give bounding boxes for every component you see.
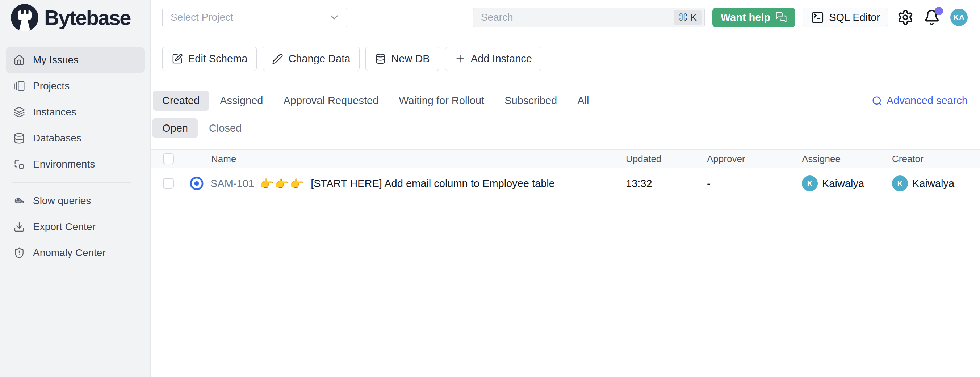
project-select-placeholder: Select Project <box>170 11 233 23</box>
new-db-label: New DB <box>391 53 430 65</box>
user-avatar[interactable]: KA <box>950 9 968 26</box>
download-icon <box>13 221 25 233</box>
tab-all[interactable]: All <box>577 91 589 111</box>
notifications-button[interactable] <box>923 8 941 26</box>
sidebar-item-slow-queries[interactable]: Slow queries <box>6 188 145 214</box>
chat-bubbles-icon <box>775 11 787 23</box>
sidebar-item-anomaly-center[interactable]: Anomaly Center <box>6 240 145 266</box>
column-header-updated: Updated <box>626 154 707 165</box>
search-shortcut-badge: ⌘ K <box>674 10 702 25</box>
creator-name: Kaiwalya <box>912 177 954 190</box>
shield-alert-icon <box>13 247 25 259</box>
issue-open-status-icon <box>189 176 205 192</box>
topbar: Select Project ⌘ K Want help SQL Editor … <box>151 0 980 35</box>
add-instance-button[interactable]: Add Instance <box>445 47 541 71</box>
issue-assignee: K Kaiwalya <box>802 176 892 192</box>
plus-icon <box>455 53 466 64</box>
change-data-button[interactable]: Change Data <box>262 47 360 71</box>
database-icon <box>375 53 386 64</box>
environments-icon <box>13 158 25 170</box>
sidebar-item-export-center[interactable]: Export Center <box>6 214 145 240</box>
issue-approver: - <box>707 177 802 190</box>
tab-waiting-for-rollout[interactable]: Waiting for Rollout <box>399 91 484 111</box>
column-header-assignee: Assignee <box>802 154 892 165</box>
sidebar-item-label: Environments <box>33 158 95 170</box>
issue-filter-bar: Created Assigned Approval Requested Wait… <box>162 91 968 111</box>
sidebar-item-my-issues[interactable]: My Issues <box>6 47 145 73</box>
issue-updated-time: 13:32 <box>626 177 707 190</box>
issue-title-link[interactable]: [START HERE] Add email column to Employe… <box>311 177 555 190</box>
search-icon <box>872 95 883 106</box>
sidebar-item-instances[interactable]: Instances <box>6 99 145 125</box>
sql-editor-button[interactable]: SQL Editor <box>803 8 888 27</box>
edit-schema-button[interactable]: Edit Schema <box>162 47 257 71</box>
change-data-label: Change Data <box>288 53 350 65</box>
sidebar-item-databases[interactable]: Databases <box>6 125 145 151</box>
edit-schema-label: Edit Schema <box>188 53 247 65</box>
assignee-avatar: K <box>802 176 818 192</box>
sidebar-item-label: Anomaly Center <box>33 247 106 259</box>
row-checkbox[interactable] <box>163 178 174 189</box>
column-header-creator: Creator <box>892 154 980 165</box>
database-icon <box>13 132 25 144</box>
table-row[interactable]: SAM-101 👉👉👉 [START HERE] Add email colum… <box>151 168 980 199</box>
creator-avatar: K <box>892 176 908 192</box>
issue-filter-tabs: Created Assigned Approval Requested Wait… <box>162 91 589 111</box>
sidebar-menu: My Issues Projects Instances Databases E… <box>0 35 150 266</box>
turtle-icon <box>13 195 25 207</box>
new-db-button[interactable]: New DB <box>366 47 439 71</box>
sidebar-item-label: Export Center <box>33 221 95 233</box>
tab-approval-requested[interactable]: Approval Requested <box>283 91 379 111</box>
bytebase-app: Bytebase My Issues Projects Instances Da… <box>0 0 980 377</box>
layers-icon <box>13 106 25 118</box>
sidebar-item-label: Projects <box>33 80 70 92</box>
sidebar-item-label: Databases <box>33 132 81 144</box>
want-help-label: Want help <box>721 11 770 24</box>
projects-icon <box>13 80 25 92</box>
square-pen-icon <box>172 53 183 64</box>
tab-closed[interactable]: Closed <box>209 118 242 138</box>
search-input[interactable] <box>481 11 674 23</box>
issues-table: Name Updated Approver Assignee Creator S… <box>151 149 980 199</box>
settings-button[interactable] <box>896 8 915 26</box>
search-box[interactable]: ⌘ K <box>473 8 705 27</box>
home-icon <box>13 54 25 66</box>
bytebase-logo-icon <box>11 4 38 32</box>
user-initials: KA <box>953 13 964 22</box>
column-header-approver: Approver <box>707 154 802 165</box>
advanced-search-link[interactable]: Advanced search <box>872 95 968 107</box>
select-all-checkbox[interactable] <box>163 154 174 164</box>
issue-creator: K Kaiwalya <box>892 176 980 192</box>
want-help-button[interactable]: Want help <box>713 8 795 27</box>
sidebar: Bytebase My Issues Projects Instances Da… <box>0 0 151 377</box>
tab-assigned[interactable]: Assigned <box>220 91 263 111</box>
sidebar-divider <box>12 182 131 183</box>
issue-status-tabs: Open Closed <box>162 118 980 138</box>
pointing-finger-emojis: 👉👉👉 <box>260 177 305 190</box>
brand-name: Bytebase <box>44 5 130 30</box>
main-content: Edit Schema Change Data New DB Add Insta… <box>151 35 980 377</box>
sql-editor-label: SQL Editor <box>829 11 880 24</box>
sidebar-item-label: Slow queries <box>33 195 91 207</box>
table-header: Name Updated Approver Assignee Creator <box>151 149 980 168</box>
tab-subscribed[interactable]: Subscribed <box>504 91 557 111</box>
add-instance-label: Add Instance <box>471 53 532 65</box>
terminal-icon <box>811 11 824 24</box>
sidebar-item-environments[interactable]: Environments <box>6 151 145 177</box>
pencil-icon <box>272 53 283 64</box>
assignee-name: Kaiwalya <box>822 177 864 190</box>
column-header-name: Name <box>189 154 626 165</box>
chevron-down-icon <box>328 11 340 24</box>
tab-created[interactable]: Created <box>153 91 209 111</box>
quick-actions: Edit Schema Change Data New DB Add Insta… <box>162 47 980 71</box>
sidebar-item-label: Instances <box>33 106 76 118</box>
sidebar-item-label: My Issues <box>33 54 79 66</box>
notification-dot <box>935 7 943 15</box>
sidebar-item-projects[interactable]: Projects <box>6 73 145 99</box>
gear-icon <box>897 9 914 26</box>
advanced-search-label: Advanced search <box>886 95 968 107</box>
project-select[interactable]: Select Project <box>162 8 347 27</box>
issue-id: SAM-101 <box>210 177 254 190</box>
tab-open[interactable]: Open <box>153 118 198 138</box>
brand-logo[interactable]: Bytebase <box>0 0 150 35</box>
